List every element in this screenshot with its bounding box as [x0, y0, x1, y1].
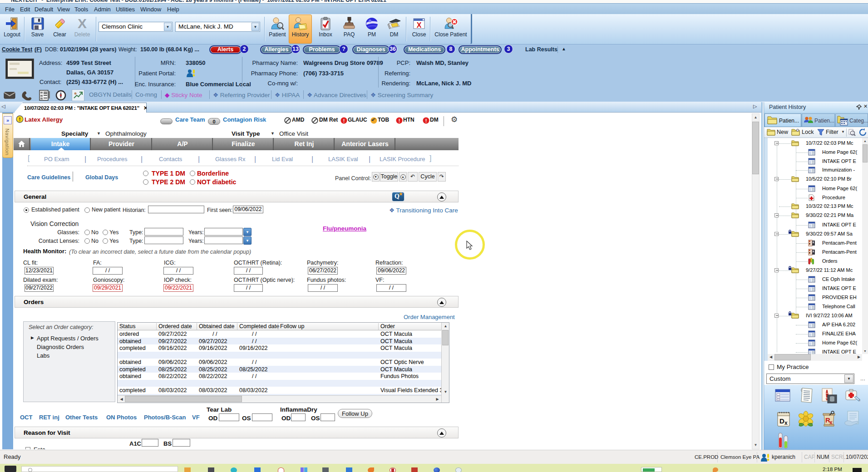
- svg-text:X: X: [78, 16, 87, 31]
- svg-text:!: !: [399, 118, 400, 123]
- svg-text:x: x: [829, 419, 833, 426]
- svg-text:X: X: [417, 21, 422, 29]
- svg-text:!: !: [19, 117, 21, 122]
- svg-text:x: x: [784, 420, 788, 426]
- svg-text:D: D: [779, 417, 784, 425]
- svg-text:!: !: [425, 118, 427, 123]
- svg-text:!: !: [343, 118, 345, 123]
